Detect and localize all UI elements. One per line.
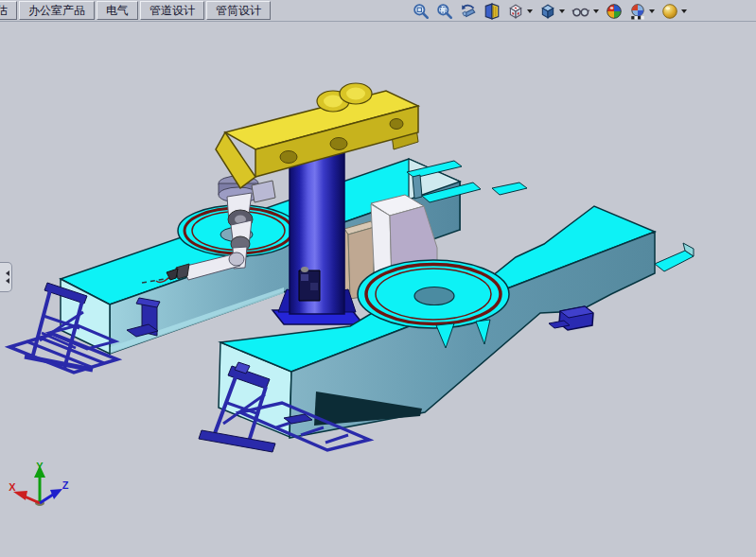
collapse-arrow-icon xyxy=(3,278,9,284)
boom-hole[interactable] xyxy=(280,151,297,164)
heads-up-toolbar xyxy=(412,1,688,21)
tab-tubing-design[interactable]: 管筒设计 xyxy=(206,1,271,20)
view-orientation-icon xyxy=(507,3,524,20)
dropdown-arrow-icon[interactable] xyxy=(527,9,533,13)
mechanism-detail[interactable] xyxy=(310,283,318,290)
boom-hole[interactable] xyxy=(390,119,403,130)
tab-piping-design[interactable]: 管道设计 xyxy=(140,1,204,20)
zoom-to-fit-icon xyxy=(413,3,430,20)
hide-show-items-icon xyxy=(571,3,590,20)
view-orientation-button[interactable] xyxy=(506,2,534,21)
section-view-icon xyxy=(483,3,501,20)
boom-cylinder-top[interactable] xyxy=(346,88,365,100)
triad-y-label: Y xyxy=(36,461,44,472)
application-window: X Y Z 估 办公室产品 电气 管道设计 管筒设计 xyxy=(0,0,756,557)
fin-support[interactable] xyxy=(413,175,422,199)
feature-panel-handle[interactable] xyxy=(0,262,12,292)
apply-scene-button[interactable] xyxy=(628,2,656,21)
display-style-icon xyxy=(539,3,556,20)
triad-z-label: Z xyxy=(62,479,69,491)
dropdown-arrow-icon[interactable] xyxy=(593,9,599,13)
display-style-button[interactable] xyxy=(538,2,566,21)
dropdown-arrow-icon[interactable] xyxy=(649,9,655,13)
apply-scene-icon xyxy=(629,3,646,20)
forearm-joint[interactable] xyxy=(229,252,244,266)
tab-partial[interactable]: 估 xyxy=(0,1,17,20)
section-view-button[interactable] xyxy=(483,2,501,21)
zoom-to-area-button[interactable] xyxy=(435,2,454,21)
previous-view-button[interactable] xyxy=(459,2,478,21)
graphics-viewport[interactable]: X Y Z xyxy=(0,0,756,557)
zoom-to-fit-button[interactable] xyxy=(412,2,431,21)
tab-office-products[interactable]: 办公室产品 xyxy=(19,1,95,20)
previous-view-icon xyxy=(460,3,477,20)
edit-appearance-button[interactable] xyxy=(605,2,624,21)
hide-show-items-button[interactable] xyxy=(571,2,600,21)
boom-cylinder-top[interactable] xyxy=(324,96,343,108)
mechanism-knob[interactable] xyxy=(301,267,308,272)
view-settings-button[interactable] xyxy=(660,2,688,21)
edit-appearance-icon xyxy=(606,3,623,20)
boom-hole[interactable] xyxy=(330,138,347,150)
dropdown-arrow-icon[interactable] xyxy=(559,9,565,13)
collapse-arrow-icon xyxy=(3,270,9,276)
mechanism-detail[interactable] xyxy=(301,274,308,281)
dropdown-arrow-icon[interactable] xyxy=(681,9,687,13)
front-turntable-hole[interactable] xyxy=(414,287,454,305)
triad-x-label: X xyxy=(9,481,16,493)
zoom-to-area-icon xyxy=(436,3,453,20)
view-settings-icon xyxy=(661,3,678,20)
tab-electrical[interactable]: 电气 xyxy=(97,1,138,20)
